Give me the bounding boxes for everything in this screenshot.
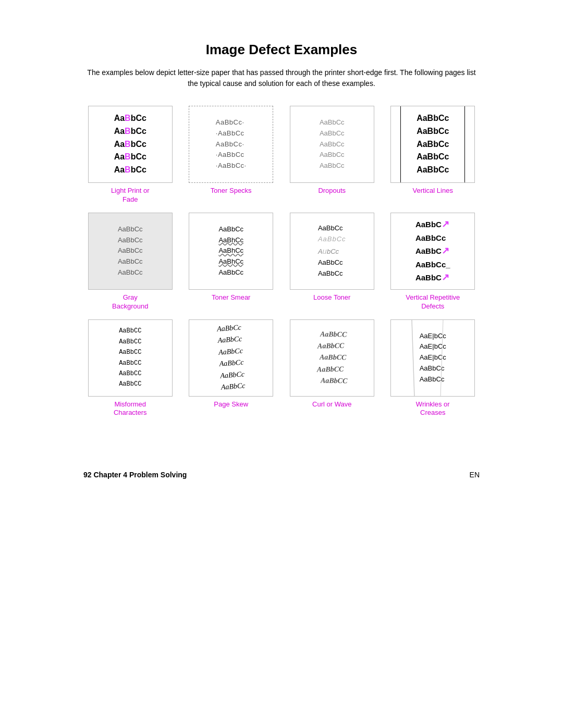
defect-box-toner-specks: AaBbCc· ·AaBbCc AaBbCc· ·AaBbCc ·AaBbCc· (189, 106, 273, 183)
defect-label-vert-rep: Vertical RepetitiveDefects (406, 293, 460, 311)
page-title: Image Defect Examples (83, 42, 480, 58)
defect-label-toner-specks: Toner Specks (211, 187, 252, 195)
defect-box-gray-background: AaBbCc AaBbCc AaBbCc AaBbCc AaBbCc (88, 213, 173, 290)
footer: 92 Chapter 4 Problem Solving EN (83, 458, 480, 488)
defect-curl-wave: AaBbCC AaBbCC AaBbCC AaBbCC AaBbCC Curl … (285, 319, 379, 418)
defect-box-vertical-lines: AaBbCc AaBbCc AaBbCc AaBbCc AaBbCc (390, 106, 475, 183)
defect-wrinkles: AaE|bCc AaE|bCc AaE|bCc AaBbCc AaBbCc Wr… (386, 319, 480, 418)
defect-box-wrinkles: AaE|bCc AaE|bCc AaE|bCc AaBbCc AaBbCc (390, 319, 475, 397)
footer-chapter: 92 Chapter 4 Problem Solving (83, 471, 187, 479)
defect-box-toner-smear: AaBbCc AaBhCc AaBhCc AaBhCc AaBbCc (189, 213, 273, 290)
defect-label-toner-smear: Toner Smear (212, 293, 250, 302)
defect-box-misformed: AaBbCC AaBbCC AaBbCC AaBbCC AaBbCC AaBbC… (88, 319, 173, 397)
defect-label-gray-background: GrayBackground (112, 293, 148, 311)
defects-grid: AaBbCc AaBbCc AaBbCc AaBbCc AaBbCc Light… (83, 106, 480, 417)
defect-box-curl-wave: AaBbCC AaBbCC AaBbCC AaBbCC AaBbCC (290, 319, 374, 397)
defect-box-page-skew: AaBbCc AaBbCc AaBbCc AaBbCc AaBbCc AaBbC… (189, 319, 273, 397)
defect-label-misformed: MisformedCharacters (114, 400, 147, 418)
defect-vertical-lines: AaBbCc AaBbCc AaBbCc AaBbCc AaBbCc Verti… (386, 106, 480, 204)
defect-loose-toner: AaBbCc AaBbCc AubCc AaBbCc AaBbCc Loose … (285, 213, 379, 311)
defect-label-curl-wave: Curl or Wave (312, 400, 351, 409)
defect-label-loose-toner: Loose Toner (313, 293, 350, 302)
defect-toner-smear: AaBbCc AaBhCc AaBhCc AaBhCc AaBbCc Toner… (185, 213, 278, 311)
defect-label-vertical-lines: Vertical Lines (413, 187, 453, 195)
defect-box-dropouts: AaBbCc AaBbCc AaBbCc AaBbCc AaBbCc (290, 106, 374, 183)
defect-label-dropouts: Dropouts (318, 187, 346, 195)
defect-toner-specks: AaBbCc· ·AaBbCc AaBbCc· ·AaBbCc ·AaBbCc·… (185, 106, 278, 204)
intro-text: The examples below depict letter-size pa… (83, 67, 480, 89)
defect-label-page-skew: Page Skew (214, 400, 248, 409)
defect-box-light-print: AaBbCc AaBbCc AaBbCc AaBbCc AaBbCc (88, 106, 173, 183)
svg-line-0 (412, 320, 414, 396)
defect-light-print: AaBbCc AaBbCc AaBbCc AaBbCc AaBbCc Light… (83, 106, 177, 204)
defect-box-loose-toner: AaBbCc AaBbCc AubCc AaBbCc AaBbCc (290, 213, 374, 290)
defect-box-vert-rep: AaBbC↗ AaBbCc AaBbC↗ AaBbCc_ AaBbC↗ (390, 213, 475, 290)
defect-vert-rep: AaBbC↗ AaBbCc AaBbC↗ AaBbCc_ AaBbC↗ Vert… (386, 213, 480, 311)
defect-label-wrinkles: Wrinkles orCreases (416, 400, 450, 418)
footer-lang: EN (470, 471, 480, 479)
defect-label-light-print: Light Print orFade (111, 187, 150, 204)
defect-misformed: AaBbCC AaBbCC AaBbCC AaBbCC AaBbCC AaBbC… (83, 319, 177, 418)
defect-gray-background: AaBbCc AaBbCc AaBbCc AaBbCc AaBbCc GrayB… (83, 213, 177, 311)
defect-page-skew: AaBbCc AaBbCc AaBbCc AaBbCc AaBbCc AaBbC… (185, 319, 278, 418)
defect-dropouts: AaBbCc AaBbCc AaBbCc AaBbCc AaBbCc Dropo… (285, 106, 379, 204)
